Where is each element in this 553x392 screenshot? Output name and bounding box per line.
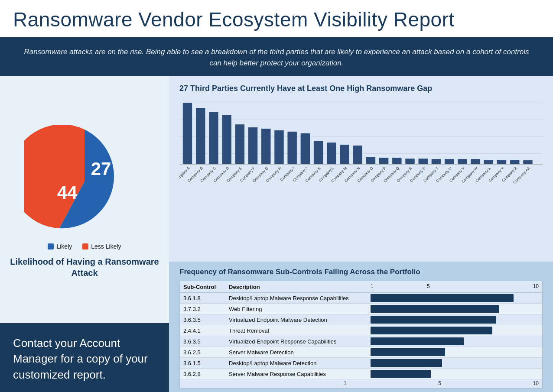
header: Ransomware Vendor Ecosystem Visibility R… <box>0 0 553 39</box>
freq-section: Frequency of Ransomware Sub-Controls Fai… <box>169 262 553 392</box>
cell-subcontrol: 3.6.1.8 <box>180 293 225 304</box>
bar-company-f <box>248 127 257 164</box>
cell-description: Desktop/Laptop Malware Detection <box>225 358 367 369</box>
freq-table-row: 3.6.1.5 Desktop/Laptop Malware Detection <box>180 358 542 369</box>
cell-description: Desktop/Laptop Malware Response Capabili… <box>225 293 367 304</box>
freq-table-wrapper: Sub-Control Description 1 5 10 <box>179 281 543 389</box>
bar-company-o <box>366 157 375 164</box>
freq-bar <box>371 327 492 334</box>
col-description: Description <box>225 281 367 293</box>
cell-bar <box>367 336 542 347</box>
bar-chart-section: 27 Third Parties Currently Have at Least… <box>169 76 553 262</box>
page-title: Ransomware Vendor Ecosystem Visibility R… <box>13 8 540 31</box>
bar-company-e <box>235 124 244 164</box>
axis-label-5: 5 <box>438 380 441 386</box>
bar-company-p <box>379 158 388 164</box>
bar-company-l <box>327 143 336 164</box>
freq-bar <box>371 359 442 367</box>
bar-company-a <box>183 103 192 164</box>
freq-bar <box>371 316 496 324</box>
pie-chart: 27 44 <box>24 125 145 238</box>
cell-description: Threat Removal <box>225 325 367 336</box>
bar-company-i <box>287 132 296 164</box>
bar-company-r <box>405 159 414 164</box>
left-panel: 27 44 Likely Less Likely Likelihood of H… <box>0 76 169 392</box>
cell-bar <box>367 358 542 369</box>
subtitle-bar: Ransomware attacks are on the rise. Bein… <box>0 39 553 76</box>
legend-less-likely-label: Less Likely <box>91 243 121 250</box>
bar-company-aa <box>523 160 532 164</box>
bar-company-m <box>340 145 349 164</box>
pie-section: 27 44 Likely Less Likely Likelihood of H… <box>0 76 169 323</box>
legend-likely-box <box>48 243 54 249</box>
legend-likely-label: Likely <box>56 243 72 250</box>
cell-subcontrol: 3.6.1.5 <box>180 358 225 369</box>
cell-description: Web Filtering <box>225 304 367 314</box>
pie-title: Likelihood of Having a Ransomware Attack <box>9 256 160 279</box>
bar-company-k <box>314 141 323 164</box>
bar-chart-title: 27 Third Parties Currently Have at Least… <box>179 84 543 93</box>
bar-company-q <box>392 158 401 164</box>
freq-table-row: 3.6.2.8 Server Malware Response Capabili… <box>180 369 542 379</box>
freq-table-row: 3.6.1.8 Desktop/Laptop Malware Response … <box>180 293 542 304</box>
cell-description: Server Malware Response Capabilities <box>225 369 367 379</box>
freq-table-row: 3.6.3.5 Virtualized Endpoint Response Ca… <box>180 336 542 347</box>
bar-company-t <box>432 159 441 164</box>
bar-company-z <box>510 160 519 164</box>
pie-legend: Likely Less Likely <box>48 243 121 250</box>
freq-table-row: 3.6.3.5 Virtualized Endpoint Malware Det… <box>180 314 542 325</box>
bar-company-s <box>419 159 428 164</box>
freq-table-body: 3.6.1.8 Desktop/Laptop Malware Response … <box>180 293 542 379</box>
pie-less-likely-label: 44 <box>57 182 78 203</box>
cell-description: Server Malware Detection <box>225 347 367 358</box>
cell-bar <box>367 369 542 379</box>
bar-chart-svg: Company A Company B Company C Company D … <box>179 97 543 193</box>
freq-table-row: 2.4.4.1 Threat Removal <box>180 325 542 336</box>
bar-company-v <box>458 159 467 164</box>
axis-label-10: 10 <box>533 380 539 386</box>
pie-svg: 27 44 <box>24 125 145 238</box>
main-content: 27 44 Likely Less Likely Likelihood of H… <box>0 76 553 392</box>
freq-bar <box>371 348 445 356</box>
cell-subcontrol: 3.6.2.8 <box>180 369 225 379</box>
col-bar: 1 5 10 <box>367 281 542 293</box>
cell-description: Virtualized Endpoint Malware Detection <box>225 314 367 325</box>
bar-company-y <box>497 160 506 164</box>
legend-less-likely-box <box>82 243 88 249</box>
freq-bar <box>371 337 464 345</box>
cell-subcontrol: 3.6.3.5 <box>180 314 225 325</box>
cell-bar <box>367 347 542 358</box>
bar-company-d <box>222 115 231 164</box>
freq-table: Sub-Control Description 1 5 10 <box>180 281 542 379</box>
cell-subcontrol: 2.4.4.1 <box>180 325 225 336</box>
cell-subcontrol: 3.6.2.5 <box>180 347 225 358</box>
cta-text: Contact your Account Manager for a copy … <box>13 337 148 381</box>
bar-company-c <box>209 112 218 164</box>
axis-label-1: 1 <box>344 380 347 386</box>
bottom-cta: Contact your Account Manager for a copy … <box>0 323 169 392</box>
cell-bar <box>367 304 542 314</box>
bar-company-g <box>261 129 270 164</box>
cell-subcontrol: 3.6.3.5 <box>180 336 225 347</box>
cell-description: Virtualized Endpoint Response Capabiliti… <box>225 336 367 347</box>
pie-likely-label: 27 <box>91 159 111 179</box>
cell-bar <box>367 314 542 325</box>
bar-company-w <box>471 159 480 164</box>
legend-likely: Likely <box>48 243 72 250</box>
freq-title: Frequency of Ransomware Sub-Controls Fai… <box>179 268 543 276</box>
cell-bar <box>367 293 542 304</box>
freq-bar <box>371 305 499 313</box>
freq-table-row: 3.6.2.5 Server Malware Detection <box>180 347 542 358</box>
legend-less-likely: Less Likely <box>82 243 121 250</box>
freq-bar <box>371 294 514 302</box>
bar-company-x <box>484 160 493 164</box>
freq-bar <box>371 370 431 378</box>
subtitle-text: Ransomware attacks are on the rise. Bein… <box>24 48 529 67</box>
bar-company-b <box>196 108 205 164</box>
right-panel: 27 Third Parties Currently Have at Least… <box>169 76 553 392</box>
bar-chart-area: Company A Company B Company C Company D … <box>179 97 543 193</box>
bar-company-u <box>445 159 454 164</box>
bar-company-j <box>301 133 310 164</box>
cell-bar <box>367 325 542 336</box>
bar-company-n <box>353 146 362 164</box>
